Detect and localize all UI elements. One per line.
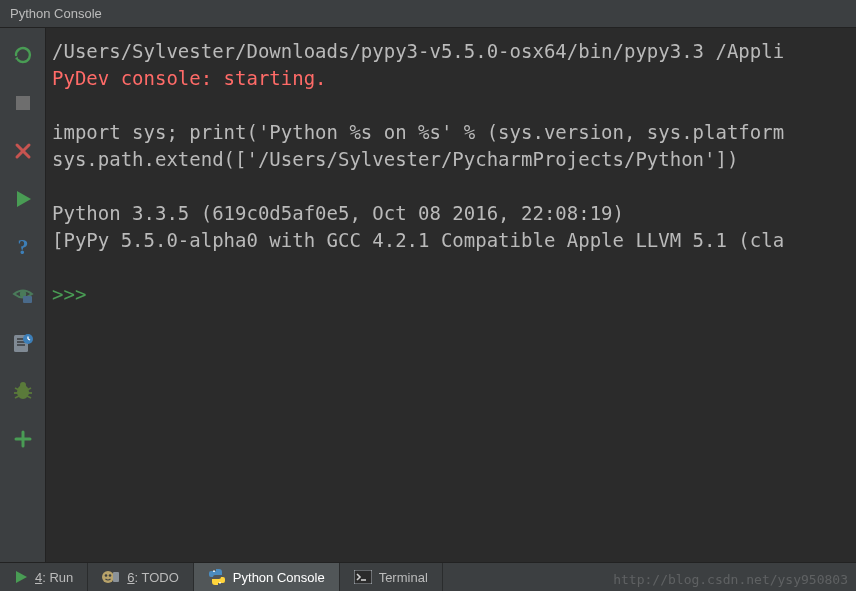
svg-marker-3 [17,191,31,207]
tool-tab-terminal[interactable]: Terminal [340,563,443,591]
python-icon [208,568,226,586]
svg-point-15 [20,382,26,388]
run-icon [14,570,28,584]
svg-rect-31 [354,570,372,584]
add-icon [13,429,33,449]
tool-tab-run[interactable]: 4: Run [0,563,88,591]
tool-window-bar: 4: Run 6: TODO Python Console Terminal [0,562,856,591]
tool-tab-todo[interactable]: 6: TODO [88,563,194,591]
svg-point-25 [102,571,114,583]
show-vars-icon [12,285,34,305]
svg-rect-0 [16,96,30,110]
svg-line-21 [27,396,31,398]
body-area: ? [0,28,856,562]
console-header: Python Console [0,0,856,28]
terminal-icon [354,570,372,584]
console-output[interactable]: /Users/Sylvester/Downloads/pypy3-v5.5.0-… [46,28,856,562]
show-vars-button[interactable] [8,280,38,310]
svg-line-13 [28,339,30,340]
help-button[interactable]: ? [8,232,38,262]
svg-line-20 [15,396,19,398]
help-icon: ? [13,236,33,258]
console-line: /Users/Sylvester/Downloads/pypy3-v5.5.0-… [52,40,784,62]
svg-point-29 [213,570,215,572]
console-prompt: >>> [52,283,86,305]
run-button[interactable] [8,184,38,214]
svg-point-30 [219,582,221,584]
tab-label: Python Console [233,570,325,585]
close-button[interactable] [8,136,38,166]
rerun-button[interactable] [8,40,38,70]
tab-label: 6: TODO [127,570,179,585]
run-icon [13,189,33,209]
add-button[interactable] [8,424,38,454]
svg-text:?: ? [17,236,28,258]
history-icon [12,332,34,354]
svg-point-27 [109,574,112,577]
console-toolbar: ? [0,28,46,562]
svg-point-26 [105,574,108,577]
svg-rect-6 [23,296,32,303]
debug-button[interactable] [8,376,38,406]
svg-rect-28 [113,572,119,582]
stop-button[interactable] [8,88,38,118]
history-button[interactable] [8,328,38,358]
console-line: PyDev console: starting. [52,67,327,89]
rerun-icon [13,45,33,65]
svg-marker-24 [16,571,27,583]
console-line: [PyPy 5.5.0-alpha0 with GCC 4.2.1 Compat… [52,229,784,251]
stop-icon [14,94,32,112]
console-line: sys.path.extend(['/Users/Sylvester/Pycha… [52,148,738,170]
todo-icon [102,569,120,585]
console-line: Python 3.3.5 (619c0d5af0e5, Oct 08 2016,… [52,202,624,224]
close-icon [14,142,32,160]
console-line: import sys; print('Python %s on %s' % (s… [52,121,784,143]
tab-label: Terminal [379,570,428,585]
tool-tab-python-console[interactable]: Python Console [194,563,340,591]
console-title: Python Console [10,6,102,21]
tab-label: 4: Run [35,570,73,585]
debug-icon [12,381,34,401]
